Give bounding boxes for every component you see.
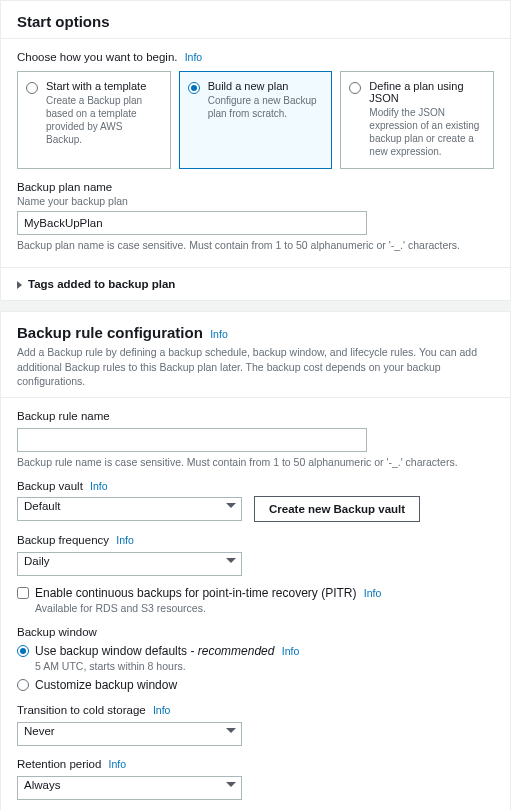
start-options-panel: Start options Choose how you want to beg…: [0, 0, 511, 301]
window-info-link[interactable]: Info: [282, 645, 300, 657]
retention-select[interactable]: Always: [17, 776, 242, 800]
pitr-checkbox[interactable]: [17, 587, 29, 599]
start-options-title: Start options: [17, 13, 110, 30]
rule-name-hint: Backup rule name is case sensitive. Must…: [17, 456, 494, 468]
tile-desc: Modify the JSON expression of an existin…: [369, 106, 483, 158]
radio-icon: [188, 82, 200, 94]
pitr-info-link[interactable]: Info: [364, 587, 382, 599]
window-custom-label: Customize backup window: [35, 678, 177, 692]
retention-info-link[interactable]: Info: [109, 758, 127, 770]
window-default-row: Use backup window defaults - recommended…: [17, 644, 494, 672]
tile-title: Define a plan using JSON: [369, 80, 483, 104]
cold-storage-group: Transition to cold storage Info Never: [17, 704, 494, 746]
tile-start-with-template[interactable]: Start with a template Create a Backup pl…: [17, 71, 171, 169]
tags-backup-plan-expander[interactable]: Tags added to backup plan: [1, 267, 510, 300]
vault-select[interactable]: Default: [17, 497, 242, 521]
retention-group: Retention period Info Always: [17, 758, 494, 800]
backup-plan-name-group: Backup plan name Name your backup plan B…: [17, 181, 494, 251]
backup-window-group: Backup window Use backup window defaults…: [17, 626, 494, 692]
rule-config-title: Backup rule configuration: [17, 324, 203, 341]
choose-begin-label: Choose how you want to begin. Info: [17, 51, 494, 63]
start-options-body: Choose how you want to begin. Info Start…: [1, 38, 510, 267]
pitr-row: Enable continuous backups for point-in-t…: [17, 586, 494, 614]
vault-label: Backup vault Info: [17, 480, 494, 492]
pitr-hint: Available for RDS and S3 resources.: [35, 602, 381, 614]
retention-value: Always: [17, 776, 242, 800]
backup-rule-config-panel: Backup rule configuration Info Add a Bac…: [0, 311, 511, 810]
vault-select-value: Default: [17, 497, 242, 521]
pitr-label: Enable continuous backups for point-in-t…: [35, 586, 381, 600]
frequency-label: Backup frequency Info: [17, 534, 494, 546]
start-options-header: Start options: [1, 1, 510, 38]
tags-expander-title: Tags added to backup plan: [28, 278, 494, 290]
cold-storage-value: Never: [17, 722, 242, 746]
window-custom-radio[interactable]: [17, 679, 29, 691]
radio-icon: [349, 82, 361, 94]
choose-begin-info-link[interactable]: Info: [185, 51, 203, 63]
rule-config-desc: Add a Backup rule by defining a backup s…: [17, 345, 494, 389]
window-label: Backup window: [17, 626, 494, 638]
plan-name-input[interactable]: [17, 211, 367, 235]
create-vault-button[interactable]: Create new Backup vault: [254, 496, 420, 522]
cold-storage-info-link[interactable]: Info: [153, 704, 171, 716]
rule-name-input[interactable]: [17, 428, 367, 452]
retention-label: Retention period Info: [17, 758, 494, 770]
frequency-select-value: Daily: [17, 552, 242, 576]
window-default-radio[interactable]: [17, 645, 29, 657]
vault-info-link[interactable]: Info: [90, 480, 108, 492]
caret-right-icon: [17, 281, 22, 289]
window-custom-row: Customize backup window: [17, 678, 494, 692]
tile-build-new-plan[interactable]: Build a new plan Configure a new Backup …: [179, 71, 333, 169]
plan-name-sublabel: Name your backup plan: [17, 195, 494, 207]
backup-vault-group: Backup vault Info Default Create new Bac…: [17, 480, 494, 522]
plan-name-hint: Backup plan name is case sensitive. Must…: [17, 239, 494, 251]
rule-name-label: Backup rule name: [17, 410, 494, 422]
plan-name-label: Backup plan name: [17, 181, 494, 193]
frequency-select[interactable]: Daily: [17, 552, 242, 576]
rule-config-info-link[interactable]: Info: [210, 328, 228, 340]
cold-storage-label: Transition to cold storage Info: [17, 704, 494, 716]
cold-storage-select[interactable]: Never: [17, 722, 242, 746]
tile-title: Start with a template: [46, 80, 160, 92]
tile-title: Build a new plan: [208, 80, 322, 92]
tile-define-json[interactable]: Define a plan using JSON Modify the JSON…: [340, 71, 494, 169]
rule-config-body: Backup rule name Backup rule name is cas…: [1, 397, 510, 810]
radio-icon: [26, 82, 38, 94]
tile-desc: Create a Backup plan based on a template…: [46, 94, 160, 146]
rule-config-header: Backup rule configuration Info Add a Bac…: [1, 312, 510, 397]
window-default-hint: 5 AM UTC, starts within 8 hours.: [35, 660, 299, 672]
plan-mode-tiles: Start with a template Create a Backup pl…: [17, 71, 494, 169]
frequency-info-link[interactable]: Info: [116, 534, 134, 546]
tile-desc: Configure a new Backup plan from scratch…: [208, 94, 322, 120]
window-default-label: Use backup window defaults - recommended…: [35, 644, 299, 658]
rule-name-group: Backup rule name Backup rule name is cas…: [17, 410, 494, 468]
frequency-group: Backup frequency Info Daily: [17, 534, 494, 576]
